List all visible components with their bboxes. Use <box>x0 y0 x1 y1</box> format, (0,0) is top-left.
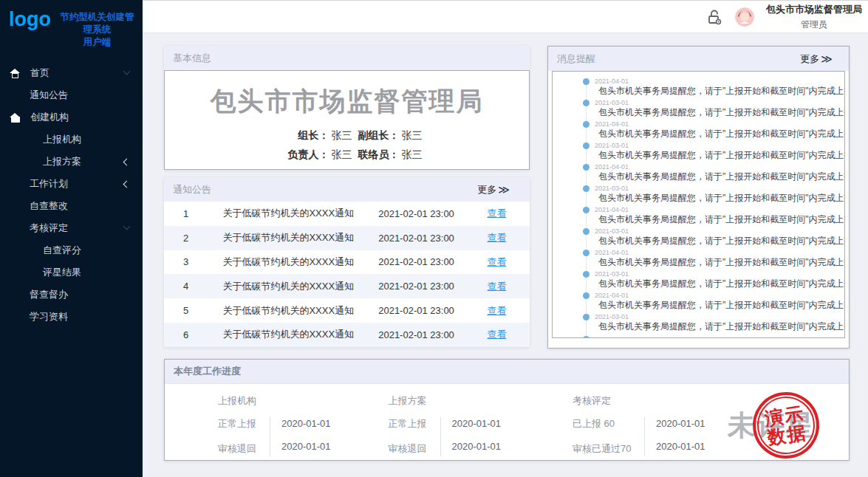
timeline-dot-icon <box>583 143 590 149</box>
notice-view-link[interactable]: 查看 <box>487 207 506 219</box>
messages-more-link[interactable]: 更多 ≫ <box>800 52 833 66</box>
message-text: 包头市机关事务局提醒您，请于"上报开始和截至时间"内完成上报机构 <box>598 214 844 225</box>
notices-more-link[interactable]: 更多 ≫ <box>477 183 510 196</box>
timeline-dot-icon <box>583 292 590 299</box>
notice-view-link[interactable]: 查看 <box>487 305 506 316</box>
chevron-left-icon <box>123 159 131 166</box>
progress-row-value: 2020-01-01 <box>656 418 705 429</box>
sidebar-item[interactable]: 上报方案 <box>0 151 143 173</box>
progress-row-value: 2020-01-01 <box>656 441 705 452</box>
basic-info-body: 包头市市场监督管理局 组长：张三 副组长：张三 负责人：张三 联络员：张三 <box>164 70 530 170</box>
progress-column-header: 上报方案 <box>389 394 502 408</box>
notice-index: 5 <box>164 305 208 316</box>
basic-info-header: 基本信息 <box>164 46 530 70</box>
message-date: 2021-04-01 <box>595 78 844 85</box>
notice-title: 关于低碳节约机关的XXXX通知 <box>208 255 369 269</box>
progress-labels: 正常上报审核退回 <box>389 417 440 456</box>
field-liaison: 联络员：张三 <box>358 148 482 162</box>
timeline-dot-icon <box>583 228 590 235</box>
notice-title: 关于低碳节约机关的XXXX通知 <box>208 304 369 318</box>
message-text: 包头市机关事务局提醒您，请于"上报开始和截至时间"内完成上报机构 <box>598 278 844 289</box>
sidebar-item[interactable]: 自查评分 <box>0 239 143 261</box>
notice-time: 2021-02-01 23:00 <box>369 233 464 244</box>
sidebar-item[interactable]: 自查整改 <box>0 195 143 217</box>
message-date: 2021-04-01 <box>595 292 844 299</box>
timeline-dot-icon <box>583 164 590 171</box>
system-title: 节约型机关创建管理系统 用户端 <box>56 11 138 49</box>
sidebar-item-label: 上报机构 <box>43 133 81 146</box>
message-text: 包头市机关事务局提醒您，请于"上报开始和截至时间"内完成上报机构 <box>598 128 844 140</box>
message-item: 2021-03-01 包头市机关事务局提醒您，请于"上报开始和截至时间"内完成上… <box>586 313 844 332</box>
message-date: 2021-03-01 <box>595 270 844 278</box>
notice-row: 6 关于低碳节约机关的XXXX通知 2021-02-01 23:00 查看 <box>164 323 530 347</box>
sidebar-nav: 首页 通知公告 创建机构 上报机构 上报 <box>0 62 143 328</box>
notice-time: 2021-02-01 23:00 <box>369 305 464 316</box>
progress-values: 2020-01-012020-01-01 <box>270 417 331 456</box>
basic-info-title: 基本信息 <box>173 52 211 65</box>
notices-card: 通知公告 更多 ≫ 1 关于低碳节约机关的XXXX通知 2021-02-01 2… <box>164 177 530 347</box>
notices-title: 通知公告 <box>173 183 211 196</box>
progress-column: 上报机构 正常上报审核退回 2020-01-012020-01-01 <box>218 393 331 460</box>
sidebar-item[interactable]: 评星结果 <box>0 261 143 284</box>
progress-card: 本年度工作进度 上报机构 正常上报审核退回 2020-01-012020-01-… <box>164 359 850 461</box>
message-text: 包头市机关事务局提醒您，请于"上报开始和截至时间"内完成上报机构 <box>598 150 844 161</box>
progress-row-label: 正常上报 <box>389 417 431 430</box>
field-leader: 组长：张三 <box>228 129 352 143</box>
progress-row-value: 2020-01-01 <box>281 441 331 452</box>
messages-title: 消息提醒 <box>557 52 595 66</box>
lock-settings-icon[interactable] <box>705 8 723 26</box>
notice-title: 关于低碳节约机关的XXXX通知 <box>208 280 369 293</box>
user-info[interactable]: 包头市市场监督管理局 管理员 <box>766 3 862 31</box>
message-item: 2021-04-01 包头市机关事务局提醒您，请于"上报开始和截至时间"内完成上… <box>586 163 844 182</box>
progress-column-header: 考核评定 <box>573 394 705 408</box>
home-icon <box>10 69 21 78</box>
timeline-dot-icon <box>583 100 590 106</box>
sidebar-item[interactable]: 督查督办 <box>0 284 143 306</box>
notice-view-link[interactable]: 查看 <box>487 256 506 267</box>
sidebar-item[interactable]: 首页 <box>0 62 143 84</box>
messages-body: 2021-04-01 包头市机关事务局提醒您，请于"上报开始和截至时间"内完成上… <box>552 71 845 338</box>
topbar: 包头市市场监督管理局 管理员 <box>143 0 868 33</box>
message-text: 包头市机关事务局提醒您，请于"上报开始和截至时间"内完成上报机构 <box>598 257 844 268</box>
avatar[interactable] <box>735 7 754 27</box>
message-date: 2021-03-01 <box>595 185 844 192</box>
notice-row: 2 关于低碳节约机关的XXXX通知 2021-02-01 23:00 查看 <box>164 226 530 250</box>
notice-row: 1 关于低碳节约机关的XXXX通知 2021-02-01 23:00 查看 <box>164 202 530 226</box>
messages-card: 消息提醒 更多 ≫ 2021-04-01 包头市机关事务局提醒您，请于"上报开始… <box>547 46 850 349</box>
progress-row-label: 审核退回 <box>218 442 261 456</box>
sidebar-item[interactable]: 通知公告 <box>0 84 143 106</box>
message-date: 2021-04-01 <box>595 120 844 128</box>
sidebar-item[interactable]: 学习资料 <box>0 306 143 328</box>
progress-row-label: 正常上报 <box>218 417 261 430</box>
notice-index: 4 <box>164 281 208 292</box>
system-edition: 用户端 <box>56 36 138 49</box>
notice-view-link[interactable]: 查看 <box>487 329 506 340</box>
message-text: 包头市机关事务局提醒您，请于"上报开始和截至时间"内完成上报机构 <box>598 86 844 97</box>
sidebar-item[interactable]: 上报机构 <box>0 128 143 151</box>
sidebar-item-label: 学习资料 <box>30 310 68 323</box>
timeline-dot-icon <box>583 121 590 128</box>
progress-title: 本年度工作进度 <box>174 365 241 378</box>
progress-row-value: 2020-01-01 <box>281 418 331 429</box>
progress-column: 考核评定 已上报 60审核已通过70 2020-01-012020-01-01 <box>573 393 705 460</box>
message-date: 2021-03-01 <box>595 99 844 106</box>
message-date: 2021-03-01 <box>595 142 844 149</box>
user-org-name: 包头市市场监督管理局 <box>766 3 862 16</box>
notice-title: 关于低碳节约机关的XXXX通知 <box>208 207 369 220</box>
sidebar-item[interactable]: 工作计划 <box>0 173 143 195</box>
sidebar-item[interactable]: 创建机构 <box>0 106 143 128</box>
progress-row-value: 2020-01-01 <box>452 418 502 429</box>
double-chevron-right-icon: ≫ <box>498 184 510 195</box>
system-name: 节约型机关创建管理系统 <box>56 11 138 36</box>
sidebar-item-label: 自查整改 <box>30 199 68 213</box>
double-chevron-right-icon: ≫ <box>821 53 833 64</box>
progress-row-value: 2020-01-01 <box>452 441 502 452</box>
chevron-left-icon <box>123 181 131 188</box>
notice-view-link[interactable]: 查看 <box>487 281 506 292</box>
timeline-dot-icon <box>583 78 590 85</box>
notices-header: 通知公告 更多 ≫ <box>164 177 530 202</box>
notice-view-link[interactable]: 查看 <box>487 232 506 243</box>
sidebar-item[interactable]: 考核评定 <box>0 217 143 239</box>
logo: logo <box>9 7 51 31</box>
notice-title: 关于低碳节约机关的XXXX通知 <box>208 231 369 244</box>
